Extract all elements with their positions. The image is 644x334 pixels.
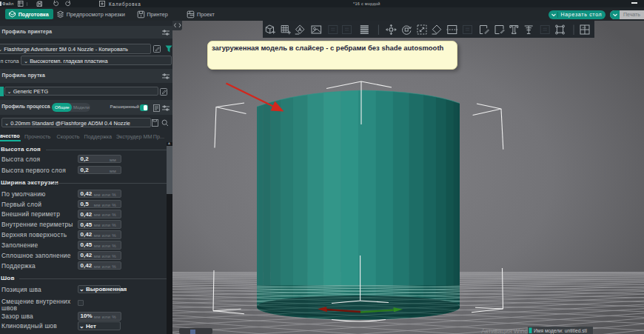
svg-text:Активация Wind: Активация Wind xyxy=(481,327,528,334)
svg-text:Имя модели: untitled.stl: Имя модели: untitled.stl xyxy=(534,328,587,334)
